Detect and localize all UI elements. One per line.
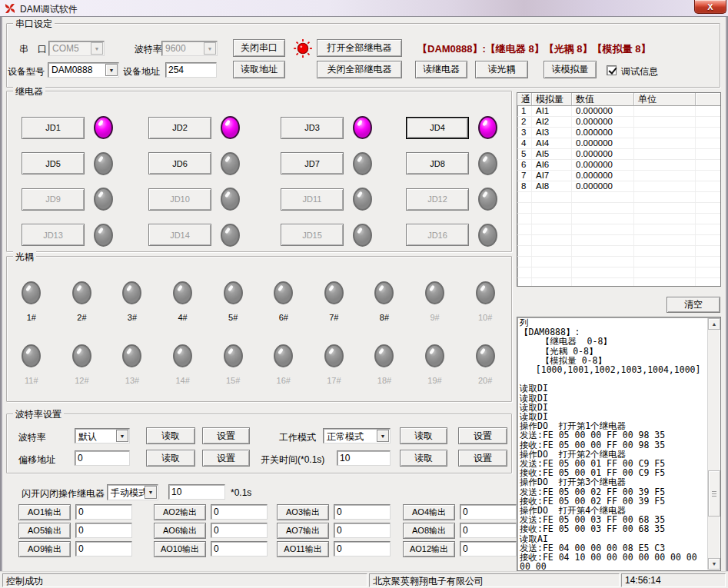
ao-output-button-7[interactable]: AO7输出 [277,523,329,539]
ao-value-input-1[interactable] [75,504,132,520]
ao-value-input-3[interactable] [334,504,391,520]
ao-output-button-10[interactable]: AO10输出 [154,541,206,557]
table-row[interactable] [517,192,720,203]
flash-time-input[interactable] [168,484,225,500]
relay-button-jd6[interactable]: JD6 [148,152,211,174]
ao-value-input-11[interactable] [334,541,391,556]
ao-value-input-8[interactable] [460,523,517,538]
analog-column-header-4[interactable]: 单位 [634,93,696,106]
table-row[interactable]: 4AI40.000000 [517,138,720,149]
switch-time-input[interactable] [337,450,391,466]
relay-button-jd11[interactable]: JD11 [281,188,344,211]
ao-value-input-2[interactable] [211,504,268,520]
read-analog-button[interactable]: 读模拟量 [544,61,597,78]
table-row[interactable]: 3AI30.000000 [517,128,720,138]
baud-select[interactable]: 9600 ▼ [161,41,218,56]
ao-output-button-1[interactable]: AO1输出 [18,504,71,520]
ao-value-input-6[interactable] [211,523,268,538]
ao-value-input-10[interactable] [211,541,268,556]
scroll-down-button[interactable]: ▼ [708,558,720,570]
model-select[interactable]: DAM0888 ▼ [48,62,119,78]
ao-value-input-12[interactable] [460,541,517,556]
relay-button-jd14[interactable]: JD14 [148,224,211,246]
switch-time-read-button[interactable]: 读取 [400,450,447,467]
ao-output-button-12[interactable]: AO12输出 [403,541,455,557]
ao-output-button-11[interactable]: AO11输出 [277,541,329,557]
ao-output-button-6[interactable]: AO6输出 [154,523,206,539]
relay-button-jd4[interactable]: JD4 [406,117,469,139]
relay-button-jd1[interactable]: JD1 [22,117,85,139]
relay-button-jd3[interactable]: JD3 [281,117,344,139]
table-row[interactable]: 7AI70.000000 [517,171,720,181]
ao-value-input-5[interactable] [75,523,132,538]
offset-read-button[interactable]: 读取 [146,450,195,467]
analog-column-header-5[interactable] [696,93,720,106]
table-row[interactable] [517,203,720,214]
table-cell [572,192,634,202]
scrollbar-thumb[interactable] [708,470,720,517]
table-row[interactable]: 6AI60.000000 [517,160,720,171]
analog-column-header-2[interactable]: 模拟量 [532,93,572,106]
table-row[interactable]: 5AI50.000000 [517,149,720,160]
ao-value-input-9[interactable] [75,541,132,556]
table-row[interactable] [517,214,720,224]
table-row[interactable] [517,224,720,235]
table-row[interactable]: 8AI80.000000 [517,181,720,192]
table-row[interactable] [517,235,720,246]
table-row[interactable] [517,257,720,267]
relay-button-jd13[interactable]: JD13 [22,224,85,246]
analog-column-header-1[interactable]: 通 [517,93,532,106]
log-box[interactable]: 列 【DAM0888】: 【继电器 0-8】 【光耦 0-8】 【模拟量 0-8… [517,317,721,571]
baud-setting-select[interactable]: 默认 ▼ [75,428,130,443]
baud-read-button[interactable]: 读取 [146,427,195,444]
relay-button-jd2[interactable]: JD2 [148,117,211,139]
scroll-up-button[interactable]: ▲ [708,318,720,330]
close-button[interactable]: X [694,0,726,14]
read-opto-button[interactable]: 读光耦 [475,61,528,78]
offset-input[interactable] [75,450,130,466]
ao-output-button-2[interactable]: AO2输出 [154,504,206,520]
baud-set-button[interactable]: 设置 [202,427,250,444]
switch-time-set-button[interactable]: 设置 [458,450,507,467]
close-serial-button[interactable]: 关闭串口 [233,39,285,57]
workmode-set-button[interactable]: 设置 [458,427,507,444]
analog-column-header-3[interactable]: 数值 [572,93,634,106]
offset-set-button[interactable]: 设置 [202,450,250,467]
relay-button-jd15[interactable]: JD15 [281,224,344,246]
relay-button-jd16[interactable]: JD16 [406,224,469,246]
table-cell [696,214,720,224]
address-input[interactable] [165,62,217,78]
table-row[interactable]: 2AI20.000000 [517,117,720,128]
relay-button-jd7[interactable]: JD7 [281,152,344,174]
opto-channel-8: 8# [359,281,410,344]
ao-output-button-8[interactable]: AO8输出 [403,523,455,539]
relay-button-jd8[interactable]: JD8 [406,152,469,174]
ao-output-button-9[interactable]: AO9输出 [18,541,71,557]
read-address-button[interactable]: 读取地址 [233,61,285,78]
ao-output-button-4[interactable]: AO4输出 [403,504,455,520]
close-all-relays-button[interactable]: 关闭全部继电器 [317,61,402,78]
table-row[interactable] [517,246,720,257]
relay-button-jd10[interactable]: JD10 [148,188,211,211]
serial-port-select[interactable]: COM5 ▼ [48,41,105,56]
workmode-read-button[interactable]: 读取 [400,427,447,444]
relay-button-jd12[interactable]: JD12 [406,188,469,211]
ao-value-input-7[interactable] [334,523,391,538]
debug-checkbox[interactable] [607,65,617,75]
read-relays-button[interactable]: 读继电器 [415,61,467,78]
ao-output-button-3[interactable]: AO3输出 [277,504,329,520]
clear-log-button[interactable]: 清空 [667,297,720,313]
log-scrollbar[interactable]: ▲ ▼ [707,318,720,570]
table-row[interactable] [517,278,720,287]
flash-mode-select[interactable]: 手动模式 ▼ [107,484,158,500]
ao-value-input-4[interactable] [460,504,517,520]
relay-button-jd9[interactable]: JD9 [22,188,85,211]
workmode-select[interactable]: 正常模式 ▼ [323,428,391,443]
relay-button-jd5[interactable]: JD5 [22,152,85,174]
title-bar[interactable]: DAM调试软件 X [0,0,728,17]
ao-output-button-5[interactable]: AO5输出 [18,523,71,539]
chevron-down-icon: ▼ [95,46,100,51]
table-row[interactable]: 1AI10.000000 [517,106,720,117]
table-row[interactable] [517,267,720,278]
open-all-relays-button[interactable]: 打开全部继电器 [317,39,402,57]
